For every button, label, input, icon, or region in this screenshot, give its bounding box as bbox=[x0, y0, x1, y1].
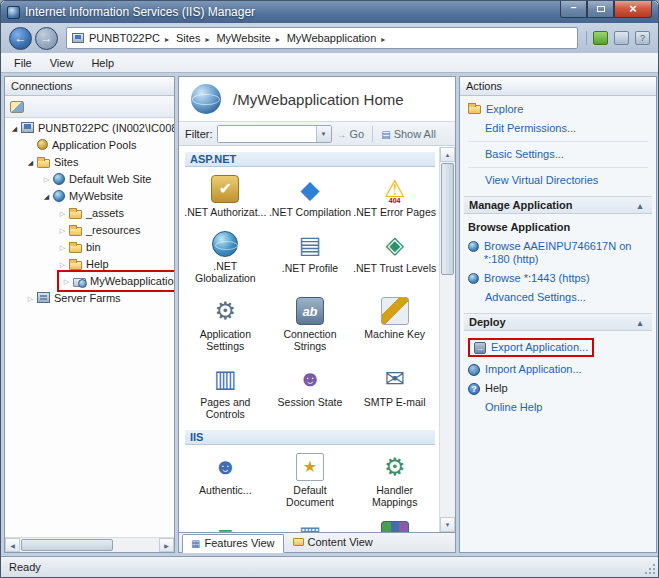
feature-net-error-pages[interactable]: .NET Error Pages bbox=[353, 175, 437, 218]
expander-icon[interactable] bbox=[57, 221, 68, 239]
go-arrow-icon bbox=[337, 128, 347, 140]
feature-net-profile[interactable]: .NET Profile bbox=[268, 231, 352, 284]
scrollbar-thumb[interactable] bbox=[441, 163, 454, 275]
import-application-action[interactable]: Import Application... bbox=[468, 360, 648, 379]
close-button[interactable] bbox=[614, 1, 652, 18]
server-icon bbox=[21, 122, 34, 133]
scroll-up-icon[interactable]: ▲ bbox=[440, 147, 455, 162]
online-help-action[interactable]: Online Help bbox=[468, 398, 648, 417]
menu-help[interactable]: Help bbox=[82, 55, 123, 71]
feature-net-compilation[interactable]: .NET Compilation bbox=[268, 175, 352, 218]
help-icon[interactable] bbox=[635, 31, 650, 45]
window-icon[interactable] bbox=[614, 31, 629, 45]
edit-permissions-action[interactable]: Edit Permissions... bbox=[468, 119, 648, 138]
feature-net-authorization[interactable]: .NET Authorizat... bbox=[183, 175, 267, 218]
feature-net-trust-levels[interactable]: .NET Trust Levels bbox=[353, 231, 437, 284]
browse-https-link[interactable]: Browse *:1443 (https) bbox=[468, 269, 648, 288]
vertical-scrollbar[interactable]: ▲ ▼ bbox=[439, 147, 455, 532]
scroll-left-icon[interactable]: ◀ bbox=[5, 538, 20, 552]
expander-icon[interactable] bbox=[41, 170, 52, 188]
browse-http-link[interactable]: Browse AAEINPU746617N on *:180 (http) bbox=[468, 237, 648, 269]
minimize-button[interactable] bbox=[560, 1, 587, 18]
tab-features-view[interactable]: Features View bbox=[182, 534, 284, 553]
feature-modules[interactable]: Modules bbox=[353, 521, 437, 532]
divider bbox=[468, 141, 648, 142]
expander-icon[interactable] bbox=[57, 238, 68, 256]
filter-input[interactable] bbox=[218, 126, 316, 142]
tree-item-application-pools[interactable]: Application Pools bbox=[5, 136, 174, 153]
expander-icon[interactable] bbox=[41, 187, 52, 205]
expander-icon[interactable] bbox=[25, 289, 36, 307]
scroll-right-icon[interactable]: ▶ bbox=[159, 538, 174, 552]
feature-http-response-headers[interactable]: HTTP Respon... bbox=[183, 521, 267, 532]
tree-item-bin[interactable]: bin bbox=[5, 238, 174, 255]
feature-net-globalization[interactable]: .NET Globalization bbox=[183, 231, 267, 284]
feature-handler-mappings[interactable]: Handler Mappings bbox=[353, 453, 437, 508]
feature-pages-and-controls[interactable]: Pages and Controls bbox=[183, 365, 267, 420]
help-action[interactable]: Help bbox=[468, 379, 648, 398]
maximize-button[interactable] bbox=[587, 1, 614, 18]
export-application-action[interactable]: Export Application... bbox=[468, 335, 648, 360]
collapse-chevron-icon[interactable] bbox=[633, 199, 647, 211]
highlight-box: Export Application... bbox=[468, 338, 594, 357]
basic-settings-action[interactable]: Basic Settings... bbox=[468, 145, 648, 164]
tree-item-server[interactable]: PUNBT022PC (IN002\IC008423) bbox=[5, 119, 174, 136]
expander-icon[interactable] bbox=[9, 119, 20, 137]
feature-connection-strings[interactable]: Connection Strings bbox=[268, 297, 352, 352]
tree-item-label: Server Farms bbox=[54, 292, 121, 304]
tree-item-server-farms[interactable]: Server Farms bbox=[5, 289, 174, 306]
tree-item-label: Default Web Site bbox=[69, 173, 151, 185]
actions-header: Actions bbox=[460, 77, 656, 96]
divider bbox=[468, 167, 648, 168]
server-icon bbox=[72, 33, 84, 43]
feature-application-settings[interactable]: Application Settings bbox=[183, 297, 267, 352]
view-virtual-directories-action[interactable]: View Virtual Directories bbox=[468, 171, 648, 190]
feature-machine-key[interactable]: Machine Key bbox=[353, 297, 437, 352]
feature-smtp-email[interactable]: SMTP E-mail bbox=[353, 365, 437, 420]
window-controls bbox=[560, 1, 652, 18]
breadcrumb[interactable]: PUNBT022PC Sites MyWebsite MyWebapplicat… bbox=[66, 27, 578, 49]
horizontal-scrollbar[interactable]: ◀ ▶ bbox=[5, 537, 174, 552]
explore-action[interactable]: Explore bbox=[468, 100, 648, 119]
breadcrumb-item-server[interactable]: PUNBT022PC bbox=[88, 30, 175, 46]
tree-item-default-web-site[interactable]: Default Web Site bbox=[5, 170, 174, 187]
feature-mime-types[interactable]: MIME Types bbox=[268, 521, 352, 532]
go-button[interactable]: Go bbox=[332, 126, 370, 142]
advanced-settings-action[interactable]: Advanced Settings... bbox=[468, 288, 648, 307]
view-tabs: Features View Content View bbox=[179, 532, 455, 552]
breadcrumb-item-mywebapplication[interactable]: MyWebapplication bbox=[286, 30, 392, 46]
expander-icon[interactable] bbox=[61, 272, 72, 290]
feature-authentication[interactable]: Authentic... bbox=[183, 453, 267, 508]
tree-item-label: _assets bbox=[86, 207, 124, 219]
menu-view[interactable]: View bbox=[41, 55, 83, 71]
tree-item-label: Sites bbox=[54, 156, 78, 168]
breadcrumb-item-sites[interactable]: Sites bbox=[175, 30, 215, 46]
tree-item-sites[interactable]: Sites bbox=[5, 153, 174, 170]
create-connection-icon[interactable] bbox=[10, 101, 24, 113]
status-bar: Ready bbox=[1, 556, 658, 577]
tree-item-mywebsite[interactable]: MyWebsite bbox=[5, 187, 174, 204]
scroll-down-icon[interactable]: ▼ bbox=[440, 517, 455, 532]
back-button[interactable]: ← bbox=[9, 27, 32, 50]
page-header: /MyWebapplication Home bbox=[179, 77, 455, 121]
chevron-down-icon[interactable]: ▼ bbox=[316, 126, 331, 142]
collapse-chevron-icon[interactable] bbox=[633, 316, 647, 328]
resize-grip[interactable] bbox=[643, 562, 655, 574]
tree-item-mywebapplication[interactable]: MyWebapplication bbox=[5, 272, 174, 289]
expander-icon[interactable] bbox=[57, 204, 68, 222]
feedback-icon[interactable] bbox=[593, 31, 608, 45]
show-all-button[interactable]: Show All bbox=[376, 126, 441, 142]
feature-default-document[interactable]: Default Document bbox=[268, 453, 352, 508]
scrollbar-thumb[interactable] bbox=[21, 539, 113, 551]
tree-item-assets[interactable]: _assets bbox=[5, 204, 174, 221]
tab-content-view[interactable]: Content View bbox=[284, 533, 382, 552]
forward-button[interactable]: → bbox=[35, 27, 58, 50]
folder-icon bbox=[69, 210, 82, 219]
tree-item-label: Application Pools bbox=[52, 139, 136, 151]
feature-session-state[interactable]: Session State bbox=[268, 365, 352, 420]
tree-item-resources[interactable]: _resources bbox=[5, 221, 174, 238]
breadcrumb-item-mywebsite[interactable]: MyWebsite bbox=[215, 30, 285, 46]
menu-file[interactable]: File bbox=[5, 55, 41, 71]
expander-icon[interactable] bbox=[25, 153, 36, 171]
filter-label: Filter: bbox=[185, 128, 213, 140]
